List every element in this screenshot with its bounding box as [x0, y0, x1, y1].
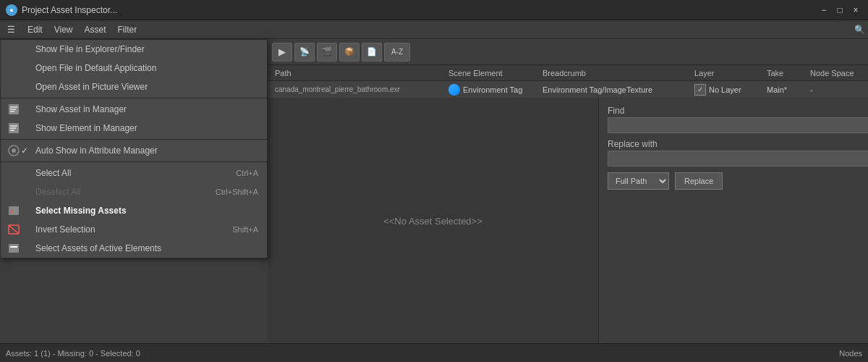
- find-input[interactable]: [608, 117, 868, 133]
- svg-rect-7: [10, 130, 14, 131]
- menu-view[interactable]: View: [48, 22, 79, 37]
- cell-nodespace: -: [806, 85, 868, 94]
- minimize-button[interactable]: −: [817, 4, 830, 17]
- ctx-show-asset-manager[interactable]: Show Asset in Manager: [1, 100, 267, 119]
- svg-line-13: [9, 225, 19, 234]
- search-icon[interactable]: 🔍: [854, 25, 865, 35]
- svg-rect-3: [10, 111, 14, 112]
- status-text: Assets: 1 (1) - Missing: 0 - Selected: 0: [6, 349, 140, 358]
- status-bar: Assets: 1 (1) - Missing: 0 - Selected: 0…: [0, 343, 868, 362]
- app-icon: ●: [6, 4, 17, 16]
- cell-scene: Environment Tag: [444, 84, 538, 96]
- antenna-button[interactable]: 📡: [294, 43, 315, 62]
- menu-filter[interactable]: Filter: [112, 22, 143, 37]
- separator-1: [1, 98, 267, 98]
- sort-button[interactable]: A-Z: [384, 43, 410, 62]
- active-elements-icon: [7, 241, 21, 256]
- svg-text:!: !: [11, 209, 13, 215]
- missing-assets-icon: !: [7, 203, 21, 218]
- window-controls: − □ ×: [817, 4, 862, 17]
- replace-label: Replace with: [608, 139, 868, 149]
- col-header-nodespace: Node Space: [806, 69, 868, 77]
- svg-rect-6: [10, 127, 16, 129]
- bottom-area: <<No Asset Selected>> Find Replace with …: [268, 98, 868, 343]
- title-bar: ● Project Asset Inspector... − □ ×: [0, 0, 868, 20]
- find-replace-panel: Find Replace with Full PathFile NameFold…: [599, 98, 868, 343]
- ctx-select-missing[interactable]: ! Select Missing Assets: [1, 201, 267, 220]
- window-title: Project Asset Inspector...: [22, 5, 817, 15]
- find-section: Find: [608, 106, 868, 133]
- cell-path: canada_montreal_pierre_bathroom.exr: [271, 85, 444, 93]
- replace-button[interactable]: Replace: [675, 172, 723, 190]
- box-button[interactable]: 📦: [339, 43, 359, 62]
- right-panel: ▶ 📡 🎬 📦 📄 A-Z Path Scene Element Breadcr…: [268, 39, 868, 343]
- ctx-show-element-manager[interactable]: Show Element in Manager: [1, 119, 267, 138]
- ctx-open-picture-viewer[interactable]: Open Asset in Picture Viewer: [1, 77, 267, 96]
- ctx-select-all[interactable]: Select All Ctrl+A: [1, 164, 267, 182]
- nodes-text: Nodes: [839, 349, 862, 358]
- svg-rect-15: [10, 246, 17, 248]
- menu-bar: ☰ Edit View Asset Filter 🔍: [0, 20, 868, 39]
- ctx-open-default-app[interactable]: Open File in Default Application: [1, 59, 267, 77]
- find-label: Find: [608, 106, 868, 116]
- asset-manager-icon: [7, 102, 21, 117]
- col-header-take: Take: [762, 69, 806, 77]
- svg-rect-5: [10, 125, 17, 127]
- svg-rect-2: [10, 109, 16, 110]
- hamburger-menu[interactable]: ☰: [3, 22, 19, 38]
- cell-breadcrumb: Environment Tag/ImageTexture: [538, 85, 690, 94]
- table-row[interactable]: canada_montreal_pierre_bathroom.exr Envi…: [268, 81, 868, 98]
- context-menu: Show File in Explorer/Finder Open File i…: [0, 39, 268, 258]
- ctx-deselect-all[interactable]: Deselect All Ctrl+Shift+A: [1, 182, 267, 201]
- play-button[interactable]: ▶: [272, 43, 292, 62]
- col-header-scene: Scene Element: [444, 69, 538, 77]
- invert-icon: [7, 222, 21, 237]
- svg-rect-1: [10, 106, 17, 108]
- svg-point-9: [12, 148, 16, 153]
- cell-layer: ✓ No Layer: [690, 84, 762, 96]
- full-path-dropdown[interactable]: Full PathFile NameFolder: [608, 172, 669, 190]
- main-area: Show File in Explorer/Finder Open File i…: [0, 39, 868, 343]
- ctx-select-active-elements[interactable]: Select Assets of Active Elements: [1, 239, 267, 258]
- separator-3: [1, 161, 267, 162]
- svg-rect-14: [9, 244, 19, 253]
- layer-checkbox[interactable]: ✓: [694, 84, 706, 96]
- col-header-layer: Layer: [690, 69, 762, 77]
- table-header: Path Scene Element Breadcrumb Layer Take…: [268, 65, 868, 81]
- maximize-button[interactable]: □: [833, 4, 846, 17]
- menu-asset[interactable]: Asset: [78, 22, 111, 37]
- scene-icon: [448, 84, 460, 96]
- col-header-breadcrumb: Breadcrumb: [538, 69, 690, 77]
- cell-take: Main*: [762, 85, 806, 94]
- col-header-path: Path: [271, 69, 444, 77]
- element-manager-icon: [7, 121, 21, 135]
- ctx-auto-show-attribute[interactable]: Auto Show in Attribute Manager: [1, 141, 267, 160]
- no-asset-text: <<No Asset Selected>>: [383, 216, 482, 227]
- auto-show-icon: [7, 143, 21, 158]
- toolbar: ▶ 📡 🎬 📦 📄 A-Z: [268, 39, 868, 65]
- separator-2: [1, 139, 267, 140]
- asset-preview: <<No Asset Selected>>: [268, 98, 599, 343]
- replace-controls: Full PathFile NameFolder Replace: [608, 172, 868, 190]
- doc-button[interactable]: 📄: [362, 43, 382, 62]
- replace-section: Replace with: [608, 139, 868, 167]
- ctx-invert-selection[interactable]: Invert Selection Shift+A: [1, 220, 267, 239]
- menu-edit[interactable]: Edit: [22, 22, 48, 37]
- film-button[interactable]: 🎬: [317, 43, 337, 62]
- replace-input[interactable]: [608, 151, 868, 167]
- ctx-show-file-explorer[interactable]: Show File in Explorer/Finder: [1, 40, 267, 59]
- close-button[interactable]: ×: [849, 4, 862, 17]
